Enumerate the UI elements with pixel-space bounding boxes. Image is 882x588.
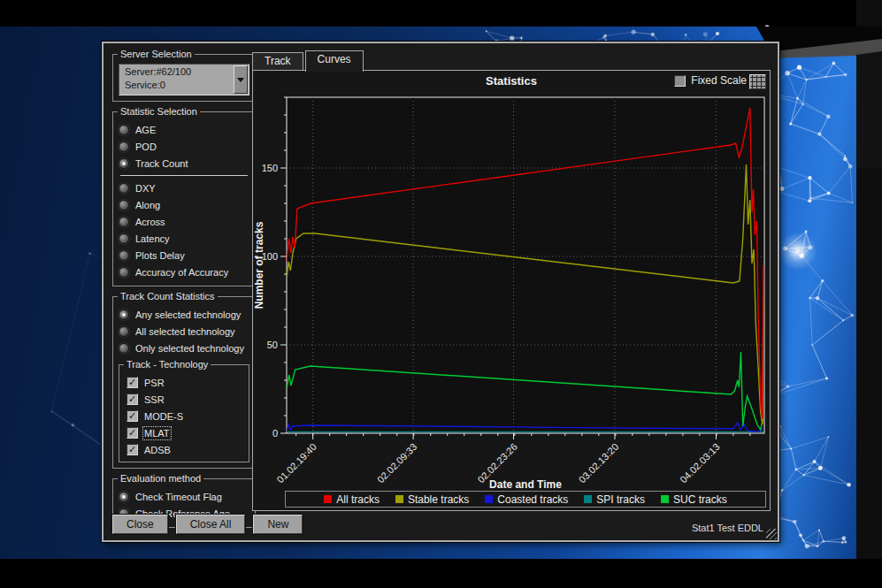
option-label: POD <box>135 141 157 152</box>
option-label: Check Timeout Flag <box>135 492 222 502</box>
option-label: Only selected technology <box>135 343 244 354</box>
statistics-chart: 05010015001.02.19:4002.02.09:3302.02.23:… <box>253 90 777 493</box>
legend-swatch-icon <box>661 495 669 503</box>
svg-text:02.02.09:33: 02.02.09:33 <box>375 441 419 485</box>
fixed-scale-label: Fixed Scale <box>691 74 747 87</box>
radio-icon[interactable] <box>119 250 129 261</box>
option-label: Accuracy of Accuracy <box>135 267 228 278</box>
svg-text:0: 0 <box>272 428 278 439</box>
radio-icon[interactable] <box>119 233 129 244</box>
statistic-option[interactable]: DXY <box>119 179 249 196</box>
close-button[interactable]: Close <box>112 515 168 534</box>
chart-header: Statistics Fixed Scale <box>253 73 770 90</box>
tab-track[interactable]: Track <box>252 52 303 71</box>
radio-icon[interactable] <box>119 343 129 354</box>
option-label: DXY <box>135 183 156 194</box>
option-label: Any selected technology <box>135 309 241 320</box>
radio-icon[interactable] <box>119 125 129 135</box>
svg-text:150: 150 <box>262 163 278 173</box>
tab-curves[interactable]: Curves <box>305 50 364 72</box>
statistic-option[interactable]: Accuracy of Accuracy <box>119 263 249 280</box>
statistic-option[interactable]: Track Count <box>119 155 249 172</box>
track-count-option[interactable]: All selected technology <box>119 323 249 340</box>
option-divider <box>120 175 248 176</box>
chart-legend: All tracksStable tracksCoasted tracksSPI… <box>285 491 766 508</box>
resize-grip-icon[interactable] <box>766 529 777 539</box>
track-count-statistics-group: Track Count Statistics Any selected tech… <box>112 296 256 469</box>
tab-bar: TrackCurves <box>252 50 365 71</box>
radio-icon[interactable] <box>119 158 129 169</box>
track-technology-group: Track - Technology ✓PSR✓SSR✓MODE-S✓MLAT✓… <box>119 364 249 462</box>
fixed-scale-checkbox[interactable] <box>674 75 686 87</box>
technology-checkbox-row[interactable]: ✓MLAT <box>127 424 243 441</box>
svg-text:Number of tracks: Number of tracks <box>253 221 265 309</box>
statistic-options: AGEPODTrack CountDXYAlongAcrossLatencyPl… <box>119 121 249 280</box>
statistic-option[interactable]: POD <box>119 138 249 155</box>
desktop-bottom-band <box>0 559 882 588</box>
svg-text:50: 50 <box>267 340 278 350</box>
legend-item: All tracks <box>324 493 380 506</box>
option-label: Across <box>135 217 165 227</box>
statistic-selection-title: Statistic Selection <box>118 106 200 117</box>
checkbox-icon[interactable]: ✓ <box>127 393 138 405</box>
window-button-row: CloseClose AllNew <box>112 515 303 534</box>
statistic-option[interactable]: Latency <box>119 230 249 247</box>
legend-label: All tracks <box>336 493 380 506</box>
svg-text:01.02.19:40: 01.02.19:40 <box>275 441 319 485</box>
checkbox-label: PSR <box>144 378 165 388</box>
close-all-button[interactable]: Close All <box>176 515 246 534</box>
status-text: Stat1 Test EDDL <box>692 523 763 533</box>
fixed-scale-toggle[interactable]: Fixed Scale <box>674 74 747 87</box>
radio-icon[interactable] <box>119 141 129 152</box>
legend-label: Coasted tracks <box>497 493 568 506</box>
option-label: Latency <box>135 233 170 244</box>
radio-icon[interactable] <box>119 326 129 337</box>
dropdown-arrow-icon[interactable] <box>234 65 248 94</box>
legend-label: Stable tracks <box>408 493 469 506</box>
desktop-right-band <box>856 0 882 588</box>
track-count-option[interactable]: Any selected technology <box>119 306 249 323</box>
checkbox-icon[interactable]: ✓ <box>127 427 138 439</box>
option-label: All selected technology <box>135 326 235 337</box>
legend-swatch-icon <box>485 495 493 503</box>
radio-icon[interactable] <box>119 492 129 502</box>
statistic-option[interactable]: Along <box>119 196 249 213</box>
evaluation-method-title: Evaluation method <box>118 473 203 484</box>
radio-icon[interactable] <box>119 200 129 210</box>
technology-checkbox-row[interactable]: ✓MODE-S <box>127 408 243 424</box>
statistic-option[interactable]: AGE <box>119 121 249 138</box>
technology-checkbox-row[interactable]: ✓ADSB <box>127 441 243 458</box>
radio-icon[interactable] <box>119 309 129 320</box>
svg-text:03.02.13:20: 03.02.13:20 <box>577 441 621 485</box>
legend-swatch-icon <box>324 495 332 503</box>
svg-text:Date and Time: Date and Time <box>489 478 562 491</box>
technology-checkbox-row[interactable]: ✓SSR <box>127 391 243 408</box>
legend-label: SUC tracks <box>673 493 727 506</box>
new-button[interactable]: New <box>253 515 303 534</box>
legend-item: Stable tracks <box>395 493 469 506</box>
legend-item: Coasted tracks <box>485 493 568 506</box>
checkbox-label: MLAT <box>144 428 170 439</box>
track-count-option[interactable]: Only selected technology <box>119 340 249 356</box>
track-technology-title: Track - Technology <box>124 359 211 370</box>
server-select-dropdown[interactable]: Server:#62/100 Service:0 <box>119 64 249 95</box>
checkbox-icon[interactable]: ✓ <box>127 410 138 422</box>
option-label: AGE <box>135 125 156 135</box>
checkbox-icon[interactable]: ✓ <box>127 444 138 455</box>
radio-icon[interactable] <box>119 217 129 227</box>
left-control-panel: Server Selection Server:#62/100 Service:… <box>112 54 256 538</box>
technology-checkboxes: ✓PSR✓SSR✓MODE-S✓MLAT✓ADSB <box>127 374 243 458</box>
checkbox-label: MODE-S <box>144 411 183 422</box>
evaluation-option[interactable]: Check Timeout Flag <box>119 488 249 505</box>
checkbox-label: ADSB <box>144 445 171 455</box>
track-count-statistics-title: Track Count Statistics <box>118 291 218 302</box>
grid-icon[interactable] <box>749 74 766 89</box>
checkbox-icon[interactable]: ✓ <box>127 377 138 388</box>
technology-checkbox-row[interactable]: ✓PSR <box>127 374 243 391</box>
legend-swatch-icon <box>584 495 592 503</box>
radio-icon[interactable] <box>119 183 129 194</box>
option-label: Track Count <box>135 158 188 169</box>
statistic-option[interactable]: Plots Delay <box>119 247 249 263</box>
statistic-option[interactable]: Across <box>119 213 249 230</box>
radio-icon[interactable] <box>119 267 129 278</box>
